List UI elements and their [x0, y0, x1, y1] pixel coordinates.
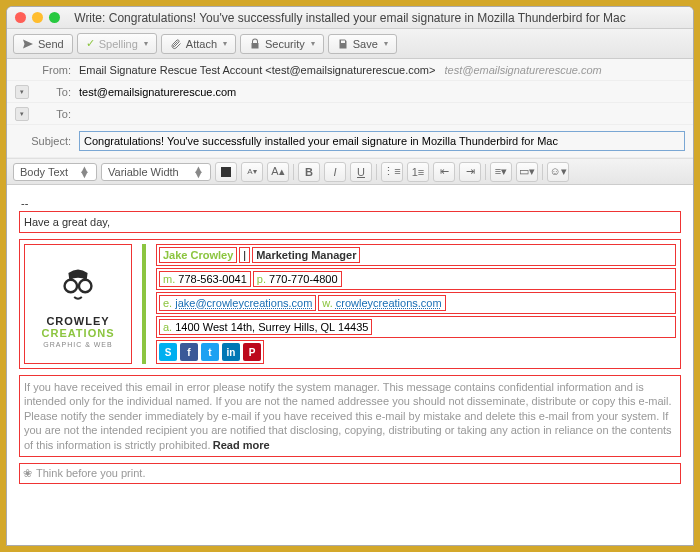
logo-icon — [54, 261, 102, 311]
format-toolbar: Body Text▲▼ Variable Width▲▼ A▾ A▴ B I U… — [7, 159, 693, 185]
emoji-button[interactable]: ☺▾ — [547, 162, 569, 182]
number-list-button[interactable]: 1≡ — [407, 162, 429, 182]
subject-row: Subject: — [7, 125, 693, 158]
linkedin-icon[interactable]: in — [222, 343, 240, 361]
svg-point-0 — [65, 279, 77, 291]
brand-line2: CREATIONS — [42, 327, 115, 339]
greeting-block: Have a great day, — [19, 211, 681, 233]
sig-phone: 770-770-4800 — [269, 273, 338, 285]
bullet-list-button[interactable]: ⋮≡ — [381, 162, 403, 182]
lock-icon — [249, 38, 261, 50]
to-input[interactable] — [79, 86, 685, 98]
save-button[interactable]: Save▾ — [328, 34, 397, 54]
underline-button[interactable]: U — [350, 162, 372, 182]
window-title: Write: Congratulations! You've successfu… — [7, 11, 693, 25]
insert-button[interactable]: ▭▾ — [516, 162, 538, 182]
twitter-icon[interactable]: t — [201, 343, 219, 361]
font-size-down-button[interactable]: A▾ — [241, 162, 263, 182]
leaf-icon: ❀ — [23, 467, 32, 480]
indent-button[interactable]: ⇥ — [459, 162, 481, 182]
info-column: Jake Crowley | Marketing Manager m. 778-… — [156, 244, 676, 364]
skype-icon[interactable]: S — [159, 343, 177, 361]
message-body[interactable]: -- Have a great day, CROWLEY CREATIONS G… — [7, 185, 693, 533]
from-row: From: Email Signature Rescue Test Accoun… — [7, 59, 693, 81]
save-icon — [337, 38, 349, 50]
attach-button[interactable]: Attach▾ — [161, 34, 236, 54]
sig-mobile: 778-563-0041 — [178, 273, 247, 285]
sig-address: 1400 West 14th, Surrey Hills, QL 14435 — [175, 321, 368, 333]
brand-line1: CROWLEY — [46, 315, 109, 327]
from-label: From: — [15, 64, 79, 76]
titlebar: Write: Congratulations! You've successfu… — [7, 7, 693, 29]
sig-email[interactable]: jake@crowleycreations.com — [175, 297, 312, 309]
to2-input[interactable] — [79, 108, 685, 120]
read-more-link[interactable]: Read more — [213, 439, 270, 451]
accent-bar — [142, 244, 146, 364]
brand-tagline: GRAPHIC & WEB — [43, 341, 112, 348]
field-chevron-icon[interactable]: ▾ — [15, 85, 29, 99]
logo-cell: CROWLEY CREATIONS GRAPHIC & WEB — [24, 244, 132, 364]
align-button[interactable]: ≡▾ — [490, 162, 512, 182]
facebook-icon[interactable]: f — [180, 343, 198, 361]
send-icon — [22, 38, 34, 50]
svg-point-1 — [79, 279, 91, 291]
spelling-button[interactable]: ✓Spelling▾ — [77, 33, 157, 54]
eco-footer: ❀ Think before you print. — [19, 463, 681, 484]
disclaimer-block: If you have received this email in error… — [19, 375, 681, 457]
headers-section: From: Email Signature Rescue Test Accoun… — [7, 59, 693, 159]
greeting-text: Have a great day, — [22, 214, 678, 230]
subject-label: Subject: — [15, 135, 79, 147]
from-value[interactable]: Email Signature Rescue Test Account <tes… — [79, 64, 685, 76]
send-button[interactable]: Send — [13, 34, 73, 54]
font-size-up-button[interactable]: A▴ — [267, 162, 289, 182]
paragraph-select[interactable]: Body Text▲▼ — [13, 163, 97, 181]
subject-input[interactable] — [79, 131, 685, 151]
sig-name: Jake Crowley — [159, 247, 237, 263]
paperclip-icon — [170, 38, 182, 50]
pinterest-icon[interactable]: P — [243, 343, 261, 361]
to-label: To: — [35, 86, 79, 98]
field-chevron-icon[interactable]: ▾ — [15, 107, 29, 121]
signature-separator: -- — [19, 195, 681, 211]
security-button[interactable]: Security▾ — [240, 34, 324, 54]
color-button[interactable] — [215, 162, 237, 182]
sig-website[interactable]: crowleycreations.com — [336, 297, 442, 309]
social-row: S f t in P — [156, 340, 264, 364]
main-toolbar: Send ✓Spelling▾ Attach▾ Security▾ Save▾ — [7, 29, 693, 59]
signature-block: CROWLEY CREATIONS GRAPHIC & WEB Jake Cro… — [19, 239, 681, 369]
font-select[interactable]: Variable Width▲▼ — [101, 163, 211, 181]
to-row: ▾ To: — [7, 81, 693, 103]
bold-button[interactable]: B — [298, 162, 320, 182]
compose-window: Write: Congratulations! You've successfu… — [6, 6, 694, 546]
to2-label: To: — [35, 108, 79, 120]
to2-row: ▾ To: — [7, 103, 693, 125]
italic-button[interactable]: I — [324, 162, 346, 182]
outdent-button[interactable]: ⇤ — [433, 162, 455, 182]
sig-title: Marketing Manager — [252, 247, 360, 263]
